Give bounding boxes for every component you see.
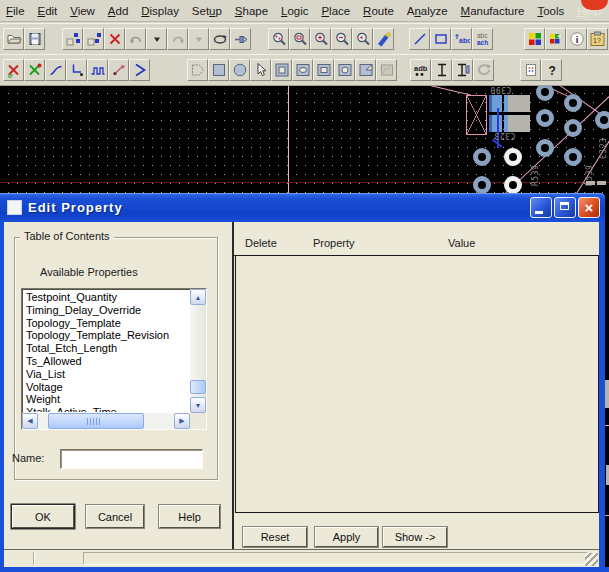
element-info-button[interactable]: i xyxy=(566,28,587,50)
component-outline[interactable] xyxy=(466,95,487,135)
help-button[interactable]: ? xyxy=(541,59,562,81)
menu-setup[interactable]: Setup xyxy=(190,4,224,18)
property-item[interactable]: Via_List xyxy=(23,368,189,381)
menu-analyze[interactable]: Analyze xyxy=(405,4,450,18)
property-item[interactable]: Topology_Template_Revision xyxy=(23,329,189,342)
custom-smooth-button[interactable] xyxy=(87,59,108,81)
vertex-button[interactable] xyxy=(108,59,129,81)
show-button[interactable]: Show -> xyxy=(383,527,447,547)
via-pad-white[interactable] xyxy=(504,176,522,194)
void-rectangle-button[interactable] xyxy=(313,59,334,81)
menu-shape[interactable]: Shape xyxy=(233,4,270,18)
edit-column-button[interactable] xyxy=(452,59,473,81)
color-priority-button[interactable] xyxy=(524,28,545,50)
paste-front-button[interactable] xyxy=(62,28,83,50)
menu-manufacture[interactable]: Manufacture xyxy=(459,4,527,18)
scroll-up-button[interactable]: ▲ xyxy=(190,289,206,305)
property-item[interactable]: Ts_Allowed xyxy=(23,355,189,368)
horizontal-scroll-thumb[interactable] xyxy=(48,413,144,429)
property-values-area[interactable] xyxy=(235,256,599,513)
adb-tool-button[interactable]: adb xyxy=(410,59,431,81)
property-item[interactable]: Testpoint_Quantity xyxy=(23,291,189,304)
capacitor-pad[interactable] xyxy=(489,95,502,112)
property-item[interactable]: Total_Etch_Length xyxy=(23,342,189,355)
maximize-button[interactable] xyxy=(554,197,576,218)
update-disabled-button[interactable] xyxy=(473,59,494,81)
redo-dropdown-button[interactable] xyxy=(188,28,209,50)
menu-logic[interactable]: Logic xyxy=(279,4,311,18)
add-column-button[interactable] xyxy=(431,59,452,81)
dialog-titlebar[interactable]: Edit Property × xyxy=(0,193,605,222)
via-pad[interactable] xyxy=(473,148,491,166)
scroll-right-button[interactable]: ▶ xyxy=(174,413,190,429)
edit-text-button[interactable]: abcach xyxy=(472,28,493,50)
ok-button[interactable]: OK xyxy=(12,505,74,528)
void-circle-button[interactable] xyxy=(334,59,355,81)
via-pad[interactable] xyxy=(536,109,554,127)
menu-display[interactable]: Display xyxy=(139,4,181,18)
shape-rectangular-button[interactable] xyxy=(208,59,229,81)
capacitor-pad[interactable] xyxy=(489,115,502,132)
name-input[interactable] xyxy=(60,449,203,469)
via-pad[interactable] xyxy=(536,85,554,101)
apply-button[interactable]: Apply xyxy=(315,527,378,547)
property-item[interactable]: Weight xyxy=(23,393,189,406)
resize-grip[interactable] xyxy=(585,553,598,566)
menu-edit[interactable]: Edit xyxy=(35,4,59,18)
property-item[interactable]: Timing_Delay_Override xyxy=(23,304,189,317)
cancel-button[interactable]: Cancel xyxy=(86,505,144,528)
zoom-points-button[interactable] xyxy=(268,28,289,50)
add-text-button[interactable]: abc xyxy=(451,28,472,50)
add-rectangle-button[interactable] xyxy=(430,28,451,50)
properties-horizontal-scrollbar[interactable]: ◀ ▶ xyxy=(22,413,190,429)
close-button[interactable]: × xyxy=(578,197,600,218)
property-item[interactable]: Xtalk_Active_Time xyxy=(23,406,189,412)
properties-form-button[interactable] xyxy=(520,59,541,81)
unfix-button[interactable] xyxy=(24,59,45,81)
capacitor-pad[interactable] xyxy=(504,115,530,132)
capacitor-pad[interactable] xyxy=(504,95,530,112)
file-save-button[interactable] xyxy=(24,28,45,50)
refresh-button[interactable] xyxy=(209,28,230,50)
menu-view[interactable]: View xyxy=(68,4,97,18)
help-button[interactable]: Help xyxy=(159,505,220,528)
paste-back-button[interactable] xyxy=(83,28,104,50)
zoom-out-button[interactable] xyxy=(331,28,352,50)
pin-button[interactable] xyxy=(230,28,251,50)
menu-place[interactable]: Place xyxy=(319,4,352,18)
undo-dropdown-button[interactable] xyxy=(146,28,167,50)
void-oval-button[interactable] xyxy=(292,59,313,81)
shape-circular-button[interactable] xyxy=(229,59,250,81)
properties-vertical-scrollbar[interactable]: ▲ ▼ xyxy=(190,289,206,413)
scroll-left-button[interactable]: ◀ xyxy=(22,413,38,429)
redo-button[interactable] xyxy=(167,28,188,50)
file-open-button[interactable] xyxy=(3,28,24,50)
menu-add[interactable]: Add xyxy=(106,4,130,18)
shape-defer-button[interactable] xyxy=(376,59,397,81)
fix-button[interactable] xyxy=(3,59,24,81)
via-pad[interactable] xyxy=(564,148,582,166)
property-item[interactable]: Topology_Template xyxy=(23,317,189,330)
redraw-button[interactable] xyxy=(373,28,394,50)
via-pad[interactable] xyxy=(473,176,491,194)
clipboard-button[interactable]: 1? xyxy=(587,28,608,50)
minimize-button[interactable] xyxy=(530,197,552,218)
zoom-fit-button[interactable] xyxy=(289,28,310,50)
color-palette-button[interactable] xyxy=(545,28,566,50)
select-shape-button[interactable] xyxy=(250,59,271,81)
menu-file[interactable]: File xyxy=(4,4,27,18)
via-pad[interactable] xyxy=(564,119,582,137)
add-connect-line-button[interactable] xyxy=(129,59,150,81)
shape-polygon-button[interactable] xyxy=(187,59,208,81)
add-line-button[interactable] xyxy=(409,28,430,50)
vertical-scroll-thumb[interactable] xyxy=(190,380,206,394)
reset-button[interactable]: Reset xyxy=(243,527,307,547)
zoom-previous-button[interactable] xyxy=(352,28,373,50)
add-bend-button[interactable] xyxy=(66,59,87,81)
undo-button[interactable] xyxy=(125,28,146,50)
delete-button[interactable] xyxy=(104,28,125,50)
shape-edit-boundary-button[interactable] xyxy=(271,59,292,81)
menu-tools[interactable]: Tools xyxy=(535,4,566,18)
property-item[interactable]: Voltage xyxy=(23,381,189,394)
void-wedge-button[interactable] xyxy=(355,59,376,81)
